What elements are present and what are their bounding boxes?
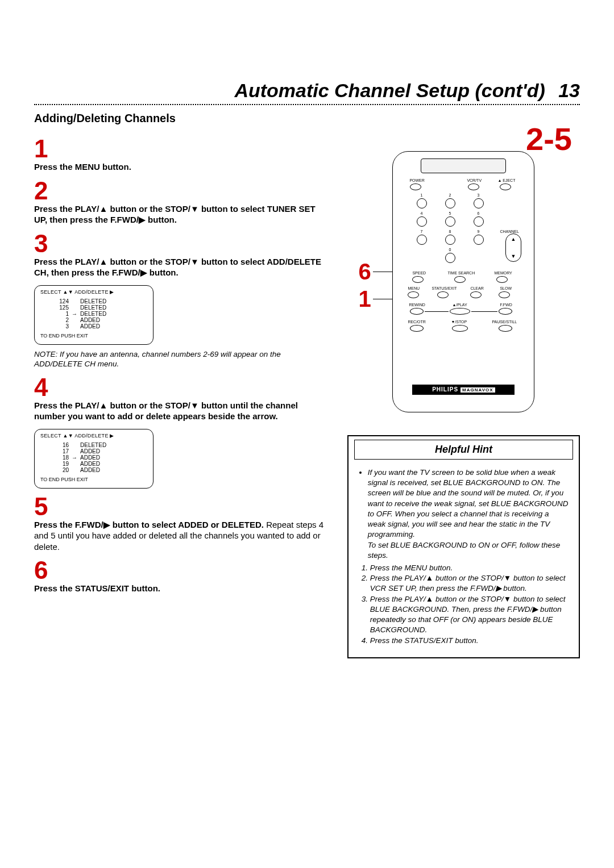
osd-row: 124DELETED [47,298,147,304]
transport-line-left [425,311,449,312]
num-7-button[interactable] [417,235,427,245]
osd-row: 16DELETED [47,442,147,448]
label-0: 0 [449,248,451,252]
step-number-2: 2 [34,178,330,203]
label-eject: ▲ EJECT [497,178,515,182]
hint-step: Press the PLAY/▲ button or the STOP/▼ bu… [370,594,569,636]
label-channel: CHANNEL [500,229,518,233]
osd-row: 20ADDED [47,467,147,473]
transport-line-right [471,311,497,312]
osd1-header: SELECT ▲▼ ADD/DELETE ▶ [40,289,147,295]
timesearch-button[interactable] [454,276,466,283]
num-3-button[interactable] [474,198,484,208]
eject-button[interactable] [500,183,511,190]
label-5: 5 [449,211,451,215]
num-4-button[interactable] [417,216,427,227]
label-speed: SPEED [412,271,426,275]
power-button[interactable] [410,183,421,190]
statusexit-button[interactable] [437,291,449,298]
step-number-4: 4 [34,375,330,400]
step-number-5: 5 [34,494,330,519]
osd-row: 125DELETED [47,304,147,311]
callout-1: 1 [358,286,371,312]
slow-button[interactable] [499,291,510,298]
label-9: 9 [477,229,479,233]
clear-button[interactable] [470,291,482,298]
step-3-text: Press the PLAY/▲ button or the STOP/▼ bu… [34,256,330,278]
remote-illustration: 6 1 POWER VCR/TV ▲ EJECT 1 2 3 4 [375,151,551,412]
label-timesearch: TIME SEARCH [447,271,475,275]
page-number: 13 [547,80,580,101]
num-9-button[interactable] [474,235,484,245]
step-5-text: Press the F.FWD/▶ button to select ADDED… [34,519,330,553]
label-3: 3 [477,193,479,197]
label-play: ▲/PLAY [452,303,467,307]
osd-row: 1→DELETED [47,311,147,317]
num-5-button[interactable] [445,216,455,227]
label-8: 8 [449,229,451,233]
step-4-text: Press the PLAY/▲ button or the STOP/▼ bu… [34,400,330,422]
step-number-6: 6 [34,558,330,583]
osd-screen-1: SELECT ▲▼ ADD/DELETE ▶ 124DELETED125DELE… [34,285,154,345]
label-pausestill: PAUSE/STILL [492,320,517,324]
label-stop: ▼/STOP [451,320,467,324]
num-6-button[interactable] [474,216,484,227]
osd2-footer: TO END PUSH EXIT [40,477,147,482]
osd2-body: 16DELETED17ADDED18→ADDED19ADDED20ADDED [47,442,147,473]
label-slow: SLOW [500,286,512,290]
step-number-1: 1 [34,136,330,161]
osd2-header: SELECT ▲▼ ADD/DELETE ▶ [40,433,147,439]
vcrtv-button[interactable] [468,183,479,190]
label-4: 4 [420,211,422,215]
step-6-text: Press the STATUS/EXIT button. [34,583,330,594]
num-0-button[interactable] [445,253,455,263]
hint-step: Press the MENU button. [370,563,569,573]
speed-button[interactable] [412,276,424,283]
hint-title: Helpful Hint [354,440,573,460]
callout-6: 6 [358,259,371,285]
hint-content: If you want the TV screen to be solid bl… [349,460,579,657]
stop-button[interactable] [452,325,468,332]
rewind-button[interactable] [410,308,424,315]
label-statusexit: STATUS/EXIT [432,286,457,290]
label-recotr: REC/OTR [408,320,426,324]
label-vcrtv: VCR/TV [467,178,482,182]
divider [34,104,580,105]
label-2: 2 [449,193,451,197]
osd-row: 19ADDED [47,461,147,467]
label-1: 1 [420,193,422,197]
section-heading: Adding/Deleting Channels [34,112,580,125]
osd1-body: 124DELETED125DELETED1→DELETED2ADDED3ADDE… [47,298,147,329]
hint-step: Press the PLAY/▲ button or the STOP/▼ bu… [370,573,569,594]
remote-brand: PHILIPSMAGNAVOX [412,385,515,395]
label-memory: MEMORY [494,271,512,275]
osd-row: 3ADDED [47,323,147,329]
num-8-button[interactable] [445,235,455,245]
label-6: 6 [477,211,479,215]
step-3-note: NOTE: If you have an antenna, channel nu… [34,349,330,369]
label-power: POWER [409,178,424,182]
step-2-text: Press the PLAY/▲ button or the STOP/▼ bu… [34,203,330,226]
label-7: 7 [420,229,422,233]
rec-button[interactable] [410,325,424,332]
num-2-button[interactable] [445,198,455,208]
helpful-hint-box: Helpful Hint If you want the TV screen t… [347,435,580,658]
osd-row: 18→ADDED [47,454,147,461]
label-clear: CLEAR [470,286,483,290]
ffwd-button[interactable] [499,308,512,315]
play-button[interactable] [450,308,470,315]
pausestill-button[interactable] [499,325,512,332]
memory-button[interactable] [496,276,508,283]
channel-rocker[interactable] [505,233,521,262]
step-1-text: Press the MENU button. [34,161,330,173]
osd-screen-2: SELECT ▲▼ ADD/DELETE ▶ 16DELETED17ADDED1… [34,429,154,489]
label-ffwd: F.FWD [500,303,512,307]
label-menu: MENU [408,286,420,290]
num-1-button[interactable] [417,198,427,208]
osd-row: 17ADDED [47,448,147,454]
menu-button[interactable] [408,291,419,298]
remote-ir-window [421,158,506,173]
step-number-3: 3 [34,231,330,256]
hint-step: Press the STATUS/EXIT button. [370,636,569,646]
osd1-footer: TO END PUSH EXIT [40,333,147,339]
